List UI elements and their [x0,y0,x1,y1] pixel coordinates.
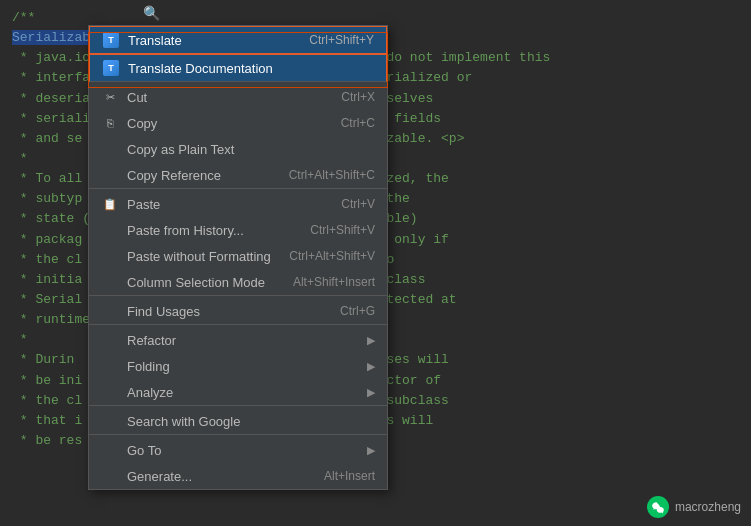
cut-shortcut: Ctrl+X [341,90,375,104]
copy-menu-item[interactable]: ⎘ Copy Ctrl+C [89,110,387,136]
goto-menu-item[interactable]: Go To ▶ [89,437,387,463]
generate-label: Generate... [127,469,308,484]
paste-history-menu-item[interactable]: Paste from History... Ctrl+Shift+V [89,217,387,243]
paste-shortcut: Ctrl+V [341,197,375,211]
generate-shortcut: Alt+Insert [324,469,375,483]
analyze-menu-item[interactable]: Analyze ▶ [89,379,387,406]
copy-ref-icon [101,166,119,184]
paste-history-icon [101,221,119,239]
paste-noformat-menu-item[interactable]: Paste without Formatting Ctrl+Alt+Shift+… [89,243,387,269]
paste-label: Paste [127,197,325,212]
copy-label: Copy [127,116,325,131]
refactor-menu-item[interactable]: Refactor ▶ [89,327,387,353]
analyze-label: Analyze [127,385,359,400]
goto-arrow: ▶ [367,444,375,457]
paste-noformat-shortcut: Ctrl+Alt+Shift+V [289,249,375,263]
column-mode-menu-item[interactable]: Column Selection Mode Alt+Shift+Insert [89,269,387,296]
copy-icon: ⎘ [101,114,119,132]
translate-shortcut: Ctrl+Shift+Y [309,33,374,47]
cut-label: Cut [127,90,325,105]
column-mode-shortcut: Alt+Shift+Insert [293,275,375,289]
copy-plain-icon [101,140,119,158]
generate-icon [101,467,119,485]
copy-plain-label: Copy as Plain Text [127,142,375,157]
folding-menu-item[interactable]: Folding ▶ [89,353,387,379]
translate-doc-icon: T [102,59,120,77]
analyze-arrow: ▶ [367,386,375,399]
watermark: macrozheng [647,496,741,518]
search-google-icon [101,412,119,430]
copy-plain-menu-item[interactable]: Copy as Plain Text [89,136,387,162]
refactor-arrow: ▶ [367,334,375,347]
paste-icon: 📋 [101,195,119,213]
find-usages-menu-item[interactable]: Find Usages Ctrl+G [89,298,387,325]
translate-label: Translate [128,33,293,48]
paste-history-label: Paste from History... [127,223,294,238]
copy-ref-menu-item[interactable]: Copy Reference Ctrl+Alt+Shift+C [89,162,387,189]
generate-menu-item[interactable]: Generate... Alt+Insert [89,463,387,489]
copy-ref-label: Copy Reference [127,168,273,183]
watermark-text: macrozheng [675,500,741,514]
paste-menu-item[interactable]: 📋 Paste Ctrl+V [89,191,387,217]
search-google-label: Search with Google [127,414,375,429]
refactor-label: Refactor [127,333,359,348]
translate-doc-menu-item[interactable]: T Translate Documentation [89,54,387,82]
goto-label: Go To [127,443,359,458]
cut-menu-item[interactable]: ✂ Cut Ctrl+X [89,84,387,110]
context-menu: T Translate Ctrl+Shift+Y T Translate Doc… [88,25,388,490]
column-mode-icon [101,273,119,291]
folding-icon [101,357,119,375]
wechat-icon [647,496,669,518]
copy-shortcut: Ctrl+C [341,116,375,130]
translate-doc-label: Translate Documentation [128,61,358,76]
refactor-icon [101,331,119,349]
search-google-menu-item[interactable]: Search with Google [89,408,387,435]
find-usages-label: Find Usages [127,304,324,319]
analyze-icon [101,383,119,401]
translate-icon: T [102,31,120,49]
folding-arrow: ▶ [367,360,375,373]
find-usages-shortcut: Ctrl+G [340,304,375,318]
find-usages-icon [101,302,119,320]
paste-noformat-label: Paste without Formatting [127,249,273,264]
search-icon: 🔍 [143,5,160,22]
column-mode-label: Column Selection Mode [127,275,277,290]
cut-icon: ✂ [101,88,119,106]
translate-menu-item[interactable]: T Translate Ctrl+Shift+Y [89,26,387,54]
copy-ref-shortcut: Ctrl+Alt+Shift+C [289,168,375,182]
goto-icon [101,441,119,459]
paste-history-shortcut: Ctrl+Shift+V [310,223,375,237]
paste-noformat-icon [101,247,119,265]
folding-label: Folding [127,359,359,374]
